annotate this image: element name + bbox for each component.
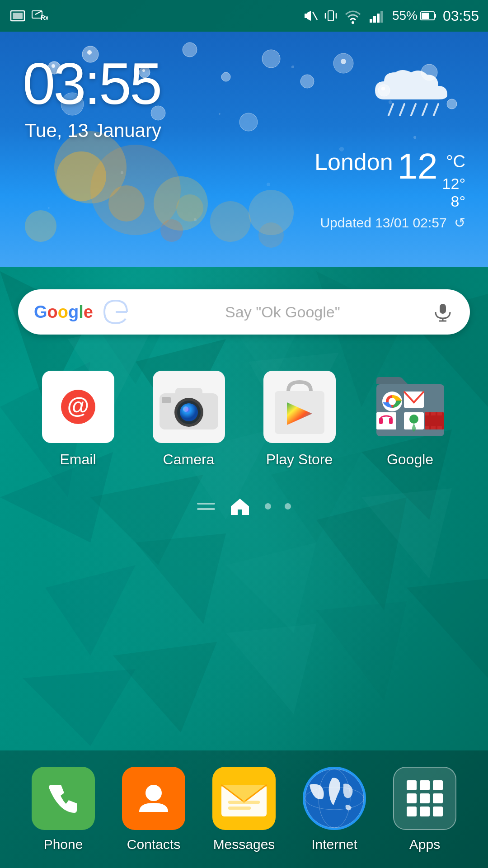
- app-item-camera[interactable]: Camera: [138, 371, 239, 468]
- svg-rect-115: [407, 780, 417, 790]
- svg-rect-120: [433, 793, 443, 803]
- notification-icon: Rx: [31, 7, 48, 24]
- svg-rect-38: [377, 14, 380, 23]
- svg-point-48: [210, 201, 251, 242]
- svg-rect-103: [437, 412, 442, 415]
- svg-marker-12: [45, 565, 136, 656]
- svg-rect-37: [373, 16, 376, 23]
- svg-rect-121: [407, 807, 417, 816]
- dock-item-messages[interactable]: Messages: [212, 767, 276, 852]
- status-time: 03:55: [443, 8, 479, 24]
- contacts-icon: [122, 767, 185, 830]
- weather-widget[interactable]: 03:55 Tue, 13 January London 12 °C 12° 8…: [0, 32, 488, 267]
- app-item-email[interactable]: @ Email: [27, 371, 129, 468]
- internet-icon: [303, 767, 366, 830]
- svg-rect-122: [420, 807, 430, 816]
- battery-icon: [420, 10, 436, 22]
- svg-point-67: [341, 59, 346, 64]
- weather-temp: 12: [398, 148, 438, 184]
- page-indicators: [0, 481, 488, 527]
- playstore-label: Play Store: [266, 451, 333, 468]
- svg-rect-104: [425, 426, 429, 429]
- weather-icon: [371, 59, 452, 122]
- apps-icon: [393, 767, 456, 830]
- signal-icon: [369, 7, 386, 24]
- svg-rect-118: [407, 793, 417, 803]
- dock: Phone Contacts Messages: [0, 750, 488, 868]
- messages-label: Messages: [213, 837, 275, 852]
- mic-icon[interactable]: [432, 301, 454, 323]
- messages-icon: [212, 767, 276, 830]
- svg-rect-109: [228, 801, 260, 804]
- app-item-google[interactable]: g+ Google: [359, 371, 461, 468]
- phone-icon: [32, 767, 95, 830]
- svg-point-43: [56, 151, 106, 201]
- apps-label: Apps: [409, 837, 440, 852]
- svg-point-54: [221, 72, 230, 81]
- wifi-icon: [343, 7, 362, 24]
- weather-time: 03:55: [23, 50, 160, 118]
- svg-marker-16: [23, 669, 136, 746]
- svg-point-96: [409, 415, 418, 424]
- svg-marker-20: [407, 579, 488, 678]
- dock-item-contacts[interactable]: Contacts: [122, 767, 185, 852]
- dock-item-phone[interactable]: Phone: [32, 767, 95, 852]
- svg-point-46: [176, 194, 203, 222]
- weather-date: Tue, 13 January: [25, 120, 161, 142]
- weather-high: 12°: [442, 175, 465, 193]
- internet-label: Internet: [311, 837, 357, 852]
- svg-rect-42: [434, 14, 436, 18]
- svg-point-45: [25, 210, 56, 242]
- svg-line-31: [313, 12, 317, 20]
- google-label: Google: [387, 451, 433, 468]
- page-dot-3[interactable]: [285, 503, 291, 509]
- dock-item-apps[interactable]: Apps: [393, 767, 456, 852]
- search-bar-container: Google Say "Ok Google": [0, 267, 488, 348]
- search-hint[interactable]: Say "Ok Google": [134, 303, 432, 321]
- weather-info: London 12 °C 12° 8° Updated 13/01 02:57 …: [314, 148, 465, 231]
- svg-rect-105: [431, 426, 436, 429]
- status-bar: Rx 55%: [0, 0, 488, 32]
- svg-rect-106: [437, 426, 442, 429]
- svg-rect-36: [370, 19, 372, 23]
- svg-rect-39: [380, 11, 383, 23]
- svg-line-73: [434, 104, 438, 115]
- battery-indicator: 55%: [392, 9, 436, 23]
- google-logo: Google: [34, 302, 93, 322]
- search-bar[interactable]: Google Say "Ok Google": [18, 289, 470, 335]
- svg-text:@: @: [67, 393, 89, 419]
- svg-rect-116: [420, 780, 430, 790]
- svg-point-91: [389, 398, 396, 405]
- weather-city: London: [314, 148, 393, 175]
- svg-rect-80: [175, 388, 202, 397]
- svg-point-85: [183, 406, 188, 412]
- svg-point-44: [108, 185, 145, 222]
- page-home-indicator[interactable]: [229, 495, 251, 518]
- svg-marker-29: [307, 11, 311, 21]
- email-label: Email: [60, 451, 96, 468]
- google-folder-icon: g+: [374, 371, 446, 443]
- svg-point-55: [262, 50, 280, 68]
- email-icon: @: [42, 371, 114, 443]
- weather-unit: °C 12° 8°: [442, 152, 465, 210]
- dock-item-internet[interactable]: Internet: [303, 767, 366, 852]
- svg-point-107: [145, 785, 162, 801]
- svg-rect-101: [425, 412, 429, 415]
- weather-low: 8°: [450, 193, 465, 210]
- svg-line-71: [411, 104, 416, 115]
- camera-label: Camera: [163, 451, 215, 468]
- svg-marker-13: [136, 533, 226, 624]
- camera-icon: [153, 371, 225, 443]
- svg-rect-123: [433, 807, 443, 816]
- page-dot-2[interactable]: [265, 503, 271, 509]
- page-menu-icon[interactable]: [197, 500, 215, 513]
- app-item-playstore[interactable]: Play Store: [249, 371, 350, 468]
- vibrate-icon: [324, 7, 337, 24]
- svg-rect-30: [305, 14, 307, 18]
- svg-marker-14: [226, 542, 316, 633]
- google-arc-icon: [102, 296, 129, 328]
- svg-line-72: [422, 104, 427, 115]
- svg-marker-18: [226, 624, 316, 714]
- svg-point-56: [300, 75, 314, 88]
- svg-rect-81: [162, 397, 171, 403]
